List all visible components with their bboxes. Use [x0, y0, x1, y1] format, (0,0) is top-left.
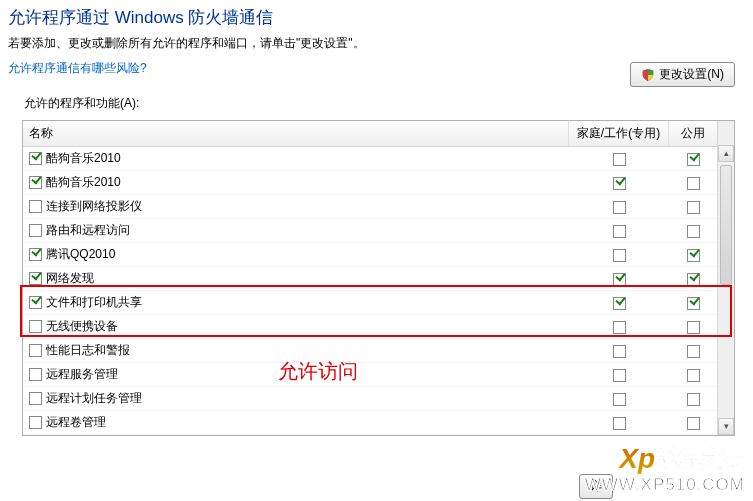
public-checkbox[interactable] [687, 249, 700, 262]
home-checkbox[interactable] [613, 177, 626, 190]
table-row[interactable]: 无线便携设备 [23, 315, 734, 339]
enable-checkbox[interactable] [29, 176, 42, 189]
col-home[interactable]: 家庭/工作(专用) [569, 121, 669, 146]
public-checkbox[interactable] [687, 297, 700, 310]
row-label: 文件和打印机共享 [46, 294, 142, 311]
row-label: 远程服务管理 [46, 366, 118, 383]
enable-checkbox[interactable] [29, 416, 42, 429]
enable-checkbox[interactable] [29, 224, 42, 237]
row-label: 酷狗音乐2010 [46, 174, 121, 191]
list-rows: 酷狗音乐2010酷狗音乐2010连接到网络投影仪路由和远程访问腾讯QQ2010网… [23, 147, 734, 435]
table-row[interactable]: 远程计划任务管理 [23, 387, 734, 411]
home-checkbox[interactable] [613, 153, 626, 166]
public-checkbox[interactable] [687, 369, 700, 382]
row-label: 远程卷管理 [46, 414, 106, 431]
public-checkbox[interactable] [687, 273, 700, 286]
home-checkbox[interactable] [613, 345, 626, 358]
scrollbar-header-gap [717, 121, 734, 146]
details-button[interactable]: 详 [579, 474, 613, 499]
table-row[interactable]: 连接到网络投影仪 [23, 195, 734, 219]
row-label: 连接到网络投影仪 [46, 198, 142, 215]
list-header: 名称 家庭/工作(专用) 公用 [23, 121, 734, 147]
scroll-down-icon[interactable]: ▾ [718, 418, 734, 435]
public-checkbox[interactable] [687, 225, 700, 238]
enable-checkbox[interactable] [29, 272, 42, 285]
change-settings-label: 更改设置(N) [659, 66, 724, 83]
table-row[interactable]: 腾讯QQ2010 [23, 243, 734, 267]
row-label: 无线便携设备 [46, 318, 118, 335]
table-row[interactable]: 酷狗音乐2010 [23, 147, 734, 171]
col-public[interactable]: 公用 [669, 121, 717, 146]
watermark-logo-icon: Xp [619, 443, 655, 475]
table-row[interactable]: 网络发现 [23, 267, 734, 291]
home-checkbox[interactable] [613, 201, 626, 214]
home-checkbox[interactable] [613, 297, 626, 310]
row-label: 路由和远程访问 [46, 222, 130, 239]
risk-link[interactable]: 允许程序通信有哪些风险? [0, 60, 147, 77]
enable-checkbox[interactable] [29, 152, 42, 165]
public-checkbox[interactable] [687, 201, 700, 214]
row-label: 性能日志和警报 [46, 342, 130, 359]
home-checkbox[interactable] [613, 273, 626, 286]
programs-list: 名称 家庭/工作(专用) 公用 酷狗音乐2010酷狗音乐2010连接到网络投影仪… [22, 120, 735, 436]
home-checkbox[interactable] [613, 393, 626, 406]
public-checkbox[interactable] [687, 393, 700, 406]
enable-checkbox[interactable] [29, 248, 42, 261]
page-title: 允许程序通过 Windows 防火墙通信 [0, 0, 753, 31]
table-row[interactable]: 酷狗音乐2010 [23, 171, 734, 195]
public-checkbox[interactable] [687, 345, 700, 358]
public-checkbox[interactable] [687, 417, 700, 430]
home-checkbox[interactable] [613, 225, 626, 238]
watermark-brand: 系统之家 [657, 444, 745, 474]
col-name[interactable]: 名称 [23, 121, 569, 146]
home-checkbox[interactable] [613, 321, 626, 334]
enable-checkbox[interactable] [29, 368, 42, 381]
table-row[interactable]: 性能日志和警报 [23, 339, 734, 363]
public-checkbox[interactable] [687, 153, 700, 166]
row-label: 腾讯QQ2010 [46, 246, 115, 263]
row-label: 酷狗音乐2010 [46, 150, 121, 167]
shield-icon [641, 68, 655, 82]
public-checkbox[interactable] [687, 177, 700, 190]
table-row[interactable]: 文件和打印机共享 [23, 291, 734, 315]
enable-checkbox[interactable] [29, 296, 42, 309]
table-row[interactable]: 路由和远程访问 [23, 219, 734, 243]
scroll-thumb[interactable] [720, 165, 732, 285]
home-checkbox[interactable] [613, 249, 626, 262]
table-row[interactable]: 远程服务管理 [23, 363, 734, 387]
scrollbar[interactable]: ▴ ▾ [717, 145, 734, 435]
change-settings-button[interactable]: 更改设置(N) [630, 62, 735, 87]
enable-checkbox[interactable] [29, 392, 42, 405]
enable-checkbox[interactable] [29, 320, 42, 333]
row-label: 远程计划任务管理 [46, 390, 142, 407]
enable-checkbox[interactable] [29, 344, 42, 357]
page-description: 若要添加、更改或删除所有允许的程序和端口，请单击"更改设置"。 [0, 31, 753, 60]
scroll-up-icon[interactable]: ▴ [718, 145, 734, 162]
enable-checkbox[interactable] [29, 200, 42, 213]
public-checkbox[interactable] [687, 321, 700, 334]
row-label: 网络发现 [46, 270, 94, 287]
table-row[interactable]: 远程卷管理 [23, 411, 734, 435]
home-checkbox[interactable] [613, 369, 626, 382]
home-checkbox[interactable] [613, 417, 626, 430]
